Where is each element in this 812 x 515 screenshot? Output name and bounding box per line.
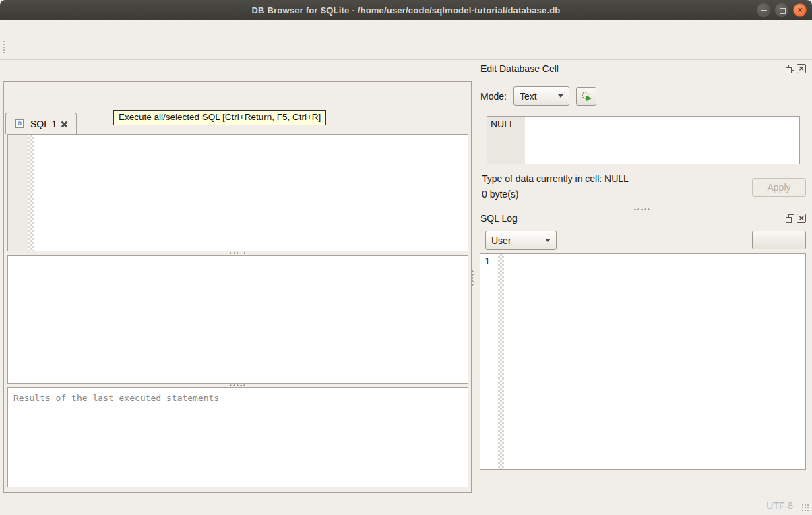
close-icon: ×	[794, 4, 806, 16]
status-bar: UTF-8	[0, 495, 812, 515]
dock-splitter-handle[interactable]	[475, 208, 809, 211]
window-title: DB Browser for SQLite - /home/user/code/…	[251, 5, 560, 16]
close-button[interactable]: ×	[793, 3, 807, 17]
cell-mode-row: Mode: Text	[480, 86, 596, 106]
float-dock-icon[interactable]	[785, 64, 794, 73]
fold-margin	[28, 135, 34, 251]
minimize-icon	[757, 4, 770, 16]
cell-type-info: Type of data currently in cell: NULL	[482, 173, 629, 184]
chevron-down-icon	[545, 239, 551, 242]
query-results-grid[interactable]	[7, 255, 468, 384]
main-toolbar	[0, 36, 812, 60]
sql-log-view[interactable]: 1	[480, 253, 806, 470]
sql-editor-tab[interactable]: SQL 1	[5, 113, 77, 134]
close-tab-icon[interactable]	[61, 120, 68, 127]
title-bar[interactable]: DB Browser for SQLite - /home/user/code/…	[0, 0, 812, 20]
cell-value: NULL	[487, 117, 525, 164]
tooltip: Execute all/selected SQL [Ctrl+Return, F…	[113, 110, 326, 125]
cell-size-info: 0 byte(s)	[482, 189, 518, 200]
edit-cell-title: Edit Database Cell	[480, 63, 559, 74]
clear-button[interactable]	[752, 231, 806, 249]
close-dock-icon[interactable]: ×	[797, 214, 806, 223]
edit-cell-dock-header: Edit Database Cell ×	[480, 63, 806, 74]
toolbar-grip[interactable]	[3, 40, 6, 55]
menu-bar	[0, 20, 812, 36]
results-message-pane[interactable]: Results of the last executed statements	[7, 387, 468, 487]
mode-label: Mode:	[480, 91, 507, 102]
minimize-button[interactable]	[757, 3, 770, 17]
apply-label: Apply	[767, 182, 790, 193]
main-splitter-handle[interactable]	[472, 270, 474, 287]
splitter-handle[interactable]	[7, 251, 468, 255]
results-placeholder: Results of the last executed statements	[13, 393, 219, 403]
app-window: DB Browser for SQLite - /home/user/code/…	[0, 0, 812, 515]
mode-value: Text	[520, 91, 537, 102]
maximize-button[interactable]	[775, 3, 788, 17]
encoding-indicator: UTF-8	[766, 500, 793, 511]
sql-log-title: SQL Log	[480, 213, 518, 224]
log-fold-margin	[498, 254, 504, 469]
splitter-dots	[229, 384, 247, 386]
close-dock-icon[interactable]: ×	[797, 64, 806, 73]
import-settings-button[interactable]	[576, 87, 596, 106]
sql-tab-bar: SQL 1	[5, 112, 77, 134]
mode-select[interactable]: Text	[513, 86, 569, 106]
log-filter-value: User	[491, 235, 511, 246]
maximize-icon	[776, 4, 788, 16]
resize-grip[interactable]	[801, 504, 810, 512]
sql-log-dock-header: SQL Log ×	[480, 213, 806, 224]
dock-area: Edit Database Cell × Mode: Text NULL Typ…	[475, 62, 809, 495]
sql-file-icon	[14, 119, 26, 129]
execute-sql-panel: SQL 1 Execute all/selected SQL [Ctrl+Ret…	[3, 81, 472, 493]
sql-tab-label: SQL 1	[30, 119, 57, 129]
window-controls: ×	[757, 3, 807, 17]
splitter-dots	[633, 208, 651, 210]
sql-code	[8, 135, 468, 138]
log-line-number: 1	[480, 254, 498, 469]
line-number-gutter	[8, 135, 28, 251]
splitter-dots	[229, 252, 247, 254]
apply-button: Apply	[752, 178, 806, 197]
chevron-down-icon	[558, 94, 563, 98]
sql-editor[interactable]	[7, 134, 468, 251]
cell-editor[interactable]: NULL	[487, 116, 800, 164]
log-filter-row: User	[480, 231, 557, 250]
float-dock-icon[interactable]	[785, 214, 794, 223]
log-filter-select[interactable]: User	[485, 231, 557, 250]
import-settings-icon	[580, 91, 592, 102]
